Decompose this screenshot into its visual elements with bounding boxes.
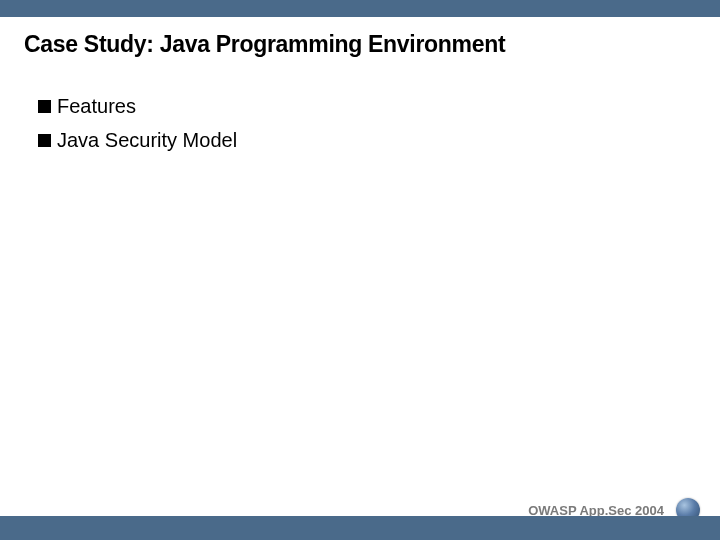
slide-content: Features Java Security Model [0, 58, 720, 154]
top-bar [0, 0, 720, 17]
bullet-text: Java Security Model [57, 126, 237, 154]
square-bullet-icon [38, 100, 51, 113]
bullet-item: Features [38, 92, 720, 120]
square-bullet-icon [38, 134, 51, 147]
bullet-item: Java Security Model [38, 126, 720, 154]
bullet-text: Features [57, 92, 136, 120]
slide-title: Case Study: Java Programming Environment [0, 17, 720, 58]
bottom-bar [0, 516, 720, 540]
slide-footer: OWASP App.Sec 2004 [0, 500, 720, 540]
